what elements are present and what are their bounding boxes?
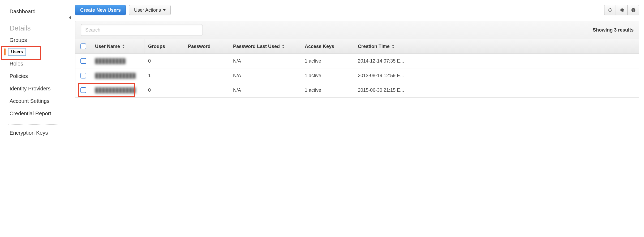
gear-icon: [619, 8, 624, 12]
sidebar-item-roles[interactable]: Roles: [8, 58, 67, 70]
password-last-used-cell: N/A: [229, 54, 301, 68]
password-last-used-cell: N/A: [229, 69, 301, 83]
select-all-checkbox[interactable]: [80, 43, 86, 49]
column-password[interactable]: Password: [184, 39, 229, 54]
search-input[interactable]: [81, 24, 203, 36]
search-bar-row: Showing 3 results: [75, 21, 639, 39]
column-access-keys[interactable]: Access Keys: [301, 39, 354, 54]
password-cell: [184, 86, 229, 94]
sort-icon: [282, 45, 285, 48]
help-button[interactable]: [628, 5, 639, 15]
sidebar-divider: [8, 124, 60, 125]
sidebar-collapse-handle[interactable]: [67, 14, 73, 21]
create-new-users-button[interactable]: Create New Users: [75, 5, 126, 15]
settings-button[interactable]: [616, 5, 628, 15]
sidebar-item-encryption-keys[interactable]: Encryption Keys: [8, 127, 67, 139]
table-row[interactable]: ████████████ 1 N/A 1 active 2013-08-19 1…: [75, 68, 639, 83]
table-row[interactable]: ████████████ 0 N/A 1 active 2015-06-30 2…: [75, 83, 639, 97]
sidebar-item-groups[interactable]: Groups: [8, 34, 67, 46]
sidebar: Dashboard Details Groups Users Roles Pol…: [0, 0, 70, 237]
refresh-button[interactable]: [604, 5, 616, 15]
groups-cell: 1: [144, 69, 184, 83]
user-name-cell: ████████████: [95, 87, 136, 93]
table-header-row: User Name Groups Password Password Last …: [75, 39, 639, 54]
access-keys-cell: 1 active: [301, 83, 354, 97]
access-keys-cell: 1 active: [301, 69, 354, 83]
access-keys-cell: 1 active: [301, 54, 354, 68]
help-icon: [631, 8, 636, 12]
main-content: Create New Users User Actions Showing 3 …: [70, 0, 644, 237]
column-creation-time[interactable]: Creation Time: [354, 39, 639, 54]
sort-icon: [392, 45, 394, 48]
sidebar-item-dashboard[interactable]: Dashboard: [8, 5, 67, 18]
refresh-icon: [608, 8, 612, 12]
row-checkbox[interactable]: [80, 58, 86, 64]
user-actions-dropdown[interactable]: User Actions: [129, 5, 171, 15]
sort-icon: [122, 45, 125, 48]
column-access-keys-label: Access Keys: [305, 44, 334, 49]
active-indicator-bar: [4, 49, 6, 55]
users-table: User Name Groups Password Password Last …: [75, 39, 639, 98]
toolbar: Create New Users User Actions: [75, 5, 639, 15]
results-count: Showing 3 results: [593, 27, 634, 33]
sidebar-item-policies[interactable]: Policies: [8, 70, 67, 82]
groups-cell: 0: [144, 83, 184, 97]
select-all-cell: [75, 39, 91, 54]
sidebar-section-details: Details: [8, 18, 67, 34]
user-name-cell: ████████████: [95, 73, 136, 78]
sidebar-item-credential-report[interactable]: Credential Report: [8, 107, 67, 120]
password-cell: [184, 71, 229, 80]
sidebar-item-users[interactable]: Users: [8, 48, 26, 56]
creation-time-cell: 2015-06-30 21:15 E...: [354, 83, 639, 97]
chevron-left-icon: [69, 16, 71, 19]
column-password-last-used-label: Password Last Used: [233, 44, 280, 49]
password-last-used-cell: N/A: [229, 83, 301, 97]
row-checkbox[interactable]: [80, 73, 86, 78]
user-name-cell: █████████: [95, 58, 126, 64]
table-row[interactable]: █████████ 0 N/A 1 active 2014-12-14 07:3…: [75, 54, 639, 68]
row-checkbox[interactable]: [80, 87, 86, 93]
column-user-name[interactable]: User Name: [91, 39, 144, 54]
creation-time-cell: 2014-12-14 07:35 E...: [354, 54, 639, 68]
column-password-last-used[interactable]: Password Last Used: [229, 39, 301, 54]
sidebar-item-account-settings[interactable]: Account Settings: [8, 95, 67, 107]
user-actions-label: User Actions: [134, 7, 161, 13]
column-user-name-label: User Name: [95, 44, 120, 49]
password-cell: [184, 57, 229, 65]
column-groups-label: Groups: [148, 44, 165, 49]
column-groups[interactable]: Groups: [144, 39, 184, 54]
caret-down-icon: [163, 9, 166, 11]
column-password-label: Password: [188, 44, 211, 49]
groups-cell: 0: [144, 54, 184, 68]
column-creation-time-label: Creation Time: [358, 44, 390, 49]
toolbar-right: [604, 5, 639, 15]
sidebar-item-identity-providers[interactable]: Identity Providers: [8, 82, 67, 95]
creation-time-cell: 2013-08-19 12:59 E...: [354, 69, 639, 83]
